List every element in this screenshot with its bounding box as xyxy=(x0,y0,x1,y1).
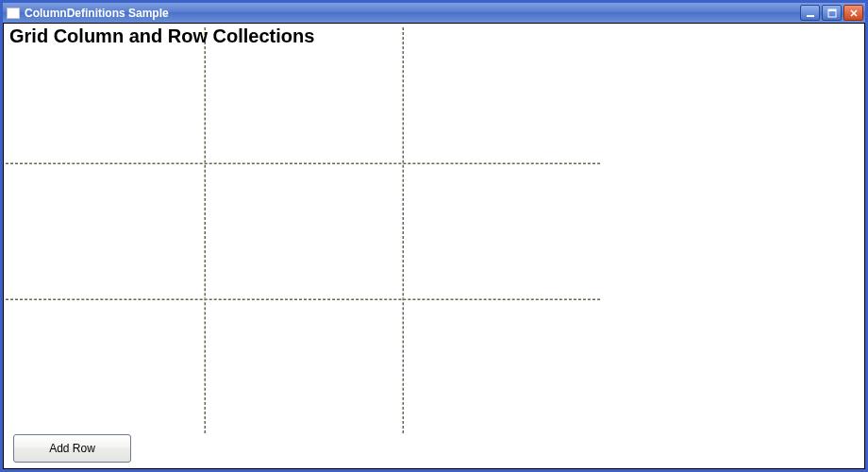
svg-rect-0 xyxy=(807,15,814,17)
minimize-button[interactable] xyxy=(800,5,820,21)
page-title: Grid Column and Row Collections xyxy=(9,25,314,47)
grid-row-divider xyxy=(6,162,600,164)
grid-row-divider xyxy=(6,298,600,300)
grid-column-divider xyxy=(402,27,404,433)
add-row-button-label: Add Row xyxy=(49,442,95,455)
app-window: ColumnDefinitions Sample xyxy=(0,0,868,472)
app-icon xyxy=(7,8,20,19)
client-area: Grid Column and Row Collections Add Row xyxy=(3,23,865,469)
window-title: ColumnDefinitions Sample xyxy=(25,7,800,20)
svg-rect-2 xyxy=(828,9,836,11)
titlebar[interactable]: ColumnDefinitions Sample xyxy=(3,3,865,23)
close-button[interactable] xyxy=(843,5,863,21)
close-icon xyxy=(849,8,859,18)
grid-column-divider xyxy=(204,27,206,433)
window-controls xyxy=(800,5,863,21)
minimize-icon xyxy=(806,8,815,18)
add-row-button[interactable]: Add Row xyxy=(13,434,131,463)
maximize-button[interactable] xyxy=(822,5,842,21)
maximize-icon xyxy=(827,8,837,18)
grid-preview xyxy=(6,27,600,433)
